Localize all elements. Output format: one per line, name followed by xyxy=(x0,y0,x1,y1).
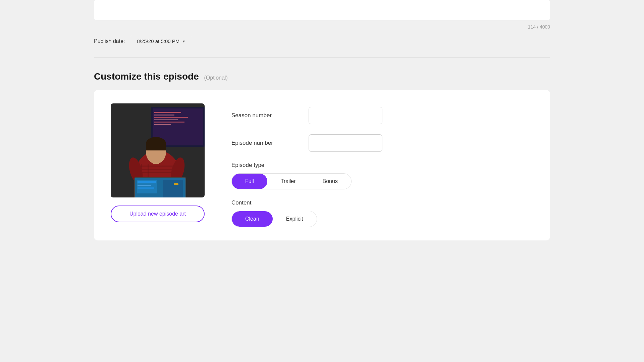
svg-rect-4 xyxy=(154,115,174,116)
content-row: Content Clean Explicit xyxy=(231,199,533,227)
right-column: Season number Episode number Episode typ… xyxy=(231,103,533,227)
season-number-input[interactable] xyxy=(309,107,382,124)
season-number-label: Season number xyxy=(231,112,299,119)
episode-type-trailer-button[interactable]: Trailer xyxy=(267,174,309,189)
content-clean-button[interactable]: Clean xyxy=(232,211,273,227)
content-buttons: Clean Explicit xyxy=(231,211,317,227)
publish-date-label: Publish date: xyxy=(94,38,125,44)
episode-type-label: Episode type xyxy=(231,162,533,169)
svg-rect-7 xyxy=(154,122,184,123)
episode-number-input[interactable] xyxy=(309,134,382,152)
customize-card: Upload new episode art Season number Epi… xyxy=(94,90,550,240)
content-label: Content xyxy=(231,199,533,206)
char-count: 114 / 4000 xyxy=(528,24,550,30)
svg-rect-31 xyxy=(174,183,178,185)
episode-type-full-button[interactable]: Full xyxy=(232,174,267,189)
episode-number-row: Episode number xyxy=(231,134,533,152)
upload-art-button[interactable]: Upload new episode art xyxy=(111,206,205,222)
customize-section: Customize this episode (Optional) xyxy=(94,58,550,247)
top-section xyxy=(94,0,550,20)
season-number-row: Season number xyxy=(231,107,533,124)
publish-date-row: Publish date: 8/25/20 at 5:00 PM ▾ xyxy=(94,32,550,57)
customize-title: Customize this episode (Optional) xyxy=(94,71,550,82)
episode-type-buttons: Full Trailer Bonus xyxy=(231,173,352,189)
episode-number-label: Episode number xyxy=(231,140,299,146)
svg-rect-30 xyxy=(163,180,183,197)
svg-rect-27 xyxy=(138,181,156,183)
svg-rect-6 xyxy=(154,119,178,120)
svg-rect-3 xyxy=(154,112,181,113)
svg-rect-23 xyxy=(146,145,166,150)
svg-rect-28 xyxy=(138,185,151,186)
left-column: Upload new episode art xyxy=(111,103,205,222)
page-wrapper: 114 / 4000 Publish date: 8/25/20 at 5:00… xyxy=(0,0,644,362)
svg-rect-5 xyxy=(154,117,188,118)
episode-type-bonus-button[interactable]: Bonus xyxy=(309,174,351,189)
svg-rect-29 xyxy=(138,187,154,189)
optional-label: (Optional) xyxy=(204,75,228,81)
svg-rect-8 xyxy=(154,124,171,125)
publish-date-dropdown[interactable]: 8/25/20 at 5:00 PM ▾ xyxy=(130,35,192,47)
publish-date-value: 8/25/20 at 5:00 PM xyxy=(137,38,180,44)
char-count-row: 114 / 4000 xyxy=(94,20,550,32)
chevron-down-icon: ▾ xyxy=(183,39,185,44)
content-explicit-button[interactable]: Explicit xyxy=(273,211,317,227)
customize-title-text: Customize this episode xyxy=(94,71,199,82)
episode-art-svg xyxy=(111,103,205,197)
episode-art-image xyxy=(111,103,205,197)
episode-type-row: Episode type Full Trailer Bonus xyxy=(231,162,533,189)
